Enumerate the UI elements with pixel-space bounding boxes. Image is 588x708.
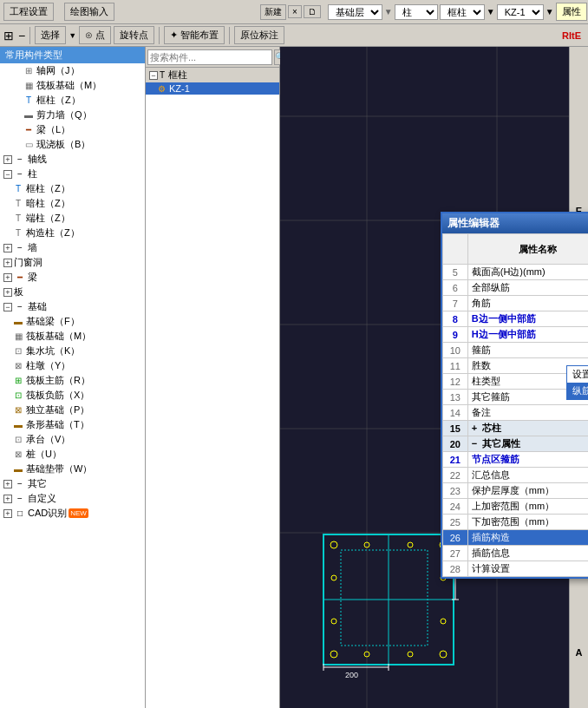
strip-found-t-icon: ▬ bbox=[12, 419, 24, 431]
dropdown-option-set-rebar[interactable]: 设置插筋 bbox=[567, 366, 588, 383]
tree-item-dark-col[interactable]: T 暗柱（Z） bbox=[0, 196, 145, 211]
wall-expand[interactable]: + bbox=[3, 244, 12, 252]
tree-item-found-beam-r[interactable]: ▬ 基础梁（F） bbox=[0, 314, 145, 329]
tree-item-raft-main-label: 筏板主筋（R） bbox=[26, 374, 90, 387]
kz-select[interactable]: KZ-1 bbox=[497, 4, 544, 20]
row-num-26: 26 bbox=[443, 530, 468, 546]
tree-item-beam[interactable]: ━ 梁（L） bbox=[0, 122, 145, 137]
project-settings-btn[interactable]: 工程设置 bbox=[3, 3, 54, 21]
tree-item-found-beam-m-label: 筏板基础（M） bbox=[26, 330, 91, 343]
found-expand[interactable]: − bbox=[3, 303, 12, 311]
tree-item-found-beam-m[interactable]: ▦ 筏板基础（M） bbox=[0, 329, 145, 344]
tree-group-door-window[interactable]: + 门窗洞 bbox=[0, 255, 145, 270]
dropdown-option-anchor[interactable]: 纵筋锚固 bbox=[567, 383, 588, 399]
prop-name-14[interactable]: 备注 bbox=[467, 405, 588, 421]
table-row: 24 上加密范围（mm） bbox=[443, 499, 589, 515]
column-expand[interactable]: − bbox=[3, 170, 12, 179]
prop-name-10[interactable]: 箍筋 bbox=[467, 343, 588, 358]
smart-layout-btn[interactable]: ✦ 智能布置 bbox=[164, 26, 225, 44]
prop-name-24[interactable]: 上加密范围（mm） bbox=[467, 499, 588, 515]
section-expand-20[interactable]: − 其它属性 bbox=[467, 436, 588, 452]
column-type-select[interactable]: 柱 bbox=[395, 4, 438, 20]
drawing-input-btn[interactable]: 绘图输入 bbox=[64, 3, 114, 21]
expand-20-icon[interactable]: − bbox=[472, 438, 477, 449]
properties-btn[interactable]: 属性 bbox=[556, 3, 587, 21]
frame-col-select[interactable]: 框柱 bbox=[440, 4, 485, 20]
tree-item-strip-belt[interactable]: ▬ 基础垫带（W） bbox=[0, 462, 145, 476]
prop-name-26[interactable]: 插筋构造 bbox=[467, 530, 588, 546]
custom-expand[interactable]: + bbox=[3, 495, 12, 503]
node-btn[interactable]: ⊙ 点 bbox=[79, 26, 111, 44]
tree-item-strip-found[interactable]: ▦ 筏板基础（M） bbox=[0, 78, 145, 93]
tree-item-pier[interactable]: ⊠ 柱墩（Y） bbox=[0, 358, 145, 373]
tree-item-shear-wall[interactable]: ▬ 剪力墙（Q） bbox=[0, 108, 145, 122]
left-tree[interactable]: ⊞ 轴网（J） ▦ 筏板基础（M） T 框柱（Z） ▬ 剪力墙（Q） ━ 梁（L… bbox=[0, 63, 145, 708]
prop-name-5[interactable]: 截面高(H边)(mm) bbox=[467, 265, 588, 280]
copy-tab-btn[interactable]: 🗋 bbox=[304, 5, 321, 18]
tree-item-frame-col[interactable]: T 框柱（Z） bbox=[0, 93, 145, 108]
tree-group-other[interactable]: + − 其它 bbox=[0, 476, 145, 491]
prop-name-9[interactable]: H边一侧中部筋 bbox=[467, 327, 588, 343]
row-num-15: 15 bbox=[443, 421, 468, 436]
tree-group-column[interactable]: − − 柱 bbox=[0, 167, 145, 181]
dark-col-icon: T bbox=[12, 198, 24, 210]
tree-group-axis[interactable]: + − 轴线 bbox=[0, 152, 145, 167]
close-tab-btn[interactable]: × bbox=[288, 5, 302, 18]
select-btn[interactable]: 选择 bbox=[35, 26, 66, 44]
tree-group-slab[interactable]: + 板 bbox=[0, 285, 145, 299]
base-layer-select[interactable]: 基础层 bbox=[328, 4, 382, 20]
prop-name-21[interactable]: 节点区箍筋 bbox=[467, 452, 588, 468]
other-expand[interactable]: + bbox=[3, 480, 12, 488]
prop-name-22[interactable]: 汇总信息 bbox=[467, 468, 588, 483]
table-row-selected-26[interactable]: 26 插筋构造 设置插筋 ▼ bbox=[443, 530, 589, 546]
tree-item-end-col[interactable]: T 端柱（Z） bbox=[0, 211, 145, 226]
table-row: 27 插筋信息 bbox=[443, 546, 589, 561]
prop-name-7[interactable]: 角筋 bbox=[467, 296, 588, 311]
col-name: 属性名称 bbox=[467, 234, 588, 265]
tree-item-slab[interactable]: ▭ 现浇板（B） bbox=[0, 137, 145, 152]
section-expand-15[interactable]: + 芯柱 bbox=[467, 421, 588, 436]
tree-item-frame-col2[interactable]: T 框柱（Z） bbox=[0, 181, 145, 196]
kz-tree-container[interactable]: − T 框柱 ⚙ KZ-1 bbox=[146, 68, 279, 708]
prop-name-27[interactable]: 插筋信息 bbox=[467, 546, 588, 561]
cad-expand[interactable]: + bbox=[3, 509, 12, 518]
tree-item-pile[interactable]: ⊠ 桩（U） bbox=[0, 447, 145, 462]
prop-name-8[interactable]: B边一侧中部筋 bbox=[467, 311, 588, 327]
tree-group-custom[interactable]: + − 自定义 bbox=[0, 491, 145, 506]
door-window-expand[interactable]: + bbox=[3, 259, 12, 267]
strip-belt-icon: ▬ bbox=[12, 463, 24, 475]
pile-icon: ⊠ bbox=[12, 449, 24, 461]
expand-15-icon[interactable]: + bbox=[472, 423, 477, 433]
search-input[interactable] bbox=[150, 50, 270, 64]
tree-item-sump[interactable]: ⊡ 集水坑（K） bbox=[0, 344, 145, 358]
tree-item-grid[interactable]: ⊞ 轴网（J） bbox=[0, 63, 145, 78]
pile-cap-icon: ⊡ bbox=[12, 434, 24, 446]
origin-btn[interactable]: 原位标注 bbox=[234, 26, 284, 44]
new-tab-btn[interactable]: 新建 bbox=[260, 4, 286, 20]
table-row: 5 截面高(H边)(mm) 400 bbox=[443, 265, 589, 280]
kz-root-expand[interactable]: − bbox=[149, 71, 158, 80]
tree-group-wall-label: 墙 bbox=[28, 241, 37, 254]
tree-group-wall[interactable]: + − 墙 bbox=[0, 240, 145, 255]
prop-name-28[interactable]: 计算设置 bbox=[467, 561, 588, 577]
tree-group-beam[interactable]: + ━ 梁 bbox=[0, 270, 145, 285]
prop-name-6[interactable]: 全部纵筋 bbox=[467, 280, 588, 296]
rotate-btn[interactable]: 旋转点 bbox=[114, 26, 154, 44]
tree-item-raft-neg[interactable]: ⊡ 筏板负筋（X） bbox=[0, 388, 145, 403]
tree-item-isolated-found[interactable]: ⊠ 独立基础（P） bbox=[0, 403, 145, 417]
axis-expand[interactable]: + bbox=[3, 155, 12, 164]
slab-group-expand[interactable]: + bbox=[3, 288, 12, 297]
tree-item-pile-cap[interactable]: ⊡ 承台（V） bbox=[0, 432, 145, 447]
tree-item-end-col-label: 端柱（Z） bbox=[26, 212, 70, 225]
row-num-25: 25 bbox=[443, 515, 468, 530]
tree-item-cad[interactable]: + □ CAD识别 NEW bbox=[0, 506, 145, 521]
prop-name-25[interactable]: 下加密范围（mm） bbox=[467, 515, 588, 530]
prop-name-23[interactable]: 保护层厚度（mm） bbox=[467, 483, 588, 499]
beam-group-expand[interactable]: + bbox=[3, 273, 12, 282]
tree-item-strip-found-t[interactable]: ▬ 条形基础（T） bbox=[0, 417, 145, 432]
tree-item-raft-main[interactable]: ⊞ 筏板主筋（R） bbox=[0, 373, 145, 388]
tree-group-foundation[interactable]: − − 基础 bbox=[0, 299, 145, 314]
tree-item-struct-col[interactable]: T 构造柱（Z） bbox=[0, 226, 145, 240]
kz-tree-root[interactable]: − T 框柱 bbox=[146, 68, 279, 82]
kz1-tree-item[interactable]: ⚙ KZ-1 bbox=[146, 82, 279, 95]
